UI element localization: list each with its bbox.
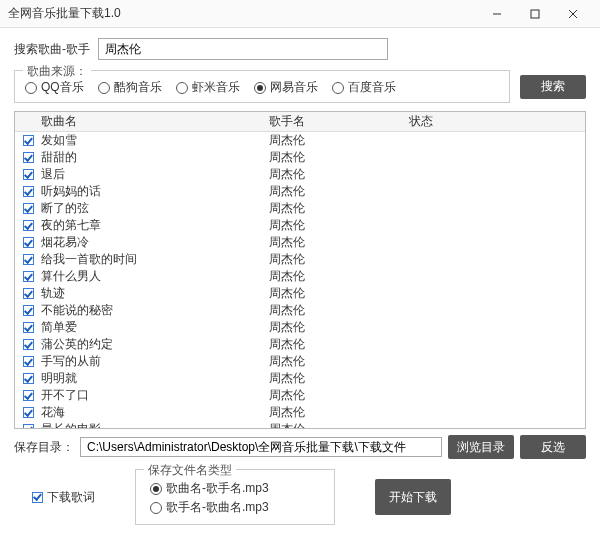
table-row[interactable]: 手写的从前周杰伦 — [15, 353, 585, 370]
results-table[interactable]: 歌曲名 歌手名 状态 发如雪周杰伦甜甜的周杰伦退后周杰伦听妈妈的话周杰伦断了的弦… — [14, 111, 586, 429]
radio-icon — [332, 82, 344, 94]
filename-radio-0[interactable]: 歌曲名-歌手名.mp3 — [150, 480, 320, 497]
source-legend: 歌曲来源： — [23, 63, 91, 80]
col-song-header[interactable]: 歌曲名 — [37, 113, 265, 130]
source-radio-label: 酷狗音乐 — [114, 79, 162, 96]
table-row[interactable]: 轨迹周杰伦 — [15, 285, 585, 302]
row-checkbox[interactable] — [23, 373, 34, 384]
row-checkbox[interactable] — [23, 339, 34, 350]
table-row[interactable]: 不能说的秘密周杰伦 — [15, 302, 585, 319]
cell-artist: 周杰伦 — [265, 217, 405, 234]
cell-song: 蒲公英的约定 — [37, 336, 265, 353]
cell-song: 开不了口 — [37, 387, 265, 404]
radio-icon — [176, 82, 188, 94]
table-row[interactable]: 烟花易冷周杰伦 — [15, 234, 585, 251]
search-button[interactable]: 搜索 — [520, 75, 586, 99]
row-checkbox[interactable] — [23, 356, 34, 367]
source-fieldset: 歌曲来源： QQ音乐酷狗音乐虾米音乐网易音乐百度音乐 — [14, 70, 510, 103]
radio-icon — [150, 483, 162, 495]
cell-artist: 周杰伦 — [265, 302, 405, 319]
source-radio-1[interactable]: 酷狗音乐 — [98, 79, 162, 96]
cell-artist: 周杰伦 — [265, 336, 405, 353]
source-radio-4[interactable]: 百度音乐 — [332, 79, 396, 96]
table-row[interactable]: 最长的电影周杰伦 — [15, 421, 585, 429]
browse-button[interactable]: 浏览目录 — [448, 435, 514, 459]
table-row[interactable]: 简单爱周杰伦 — [15, 319, 585, 336]
cell-song: 轨迹 — [37, 285, 265, 302]
source-radio-0[interactable]: QQ音乐 — [25, 79, 84, 96]
save-path-input[interactable] — [80, 437, 442, 457]
search-label: 搜索歌曲-歌手 — [14, 41, 90, 58]
cell-artist: 周杰伦 — [265, 149, 405, 166]
maximize-button[interactable] — [516, 0, 554, 28]
row-checkbox[interactable] — [23, 186, 34, 197]
radio-icon — [25, 82, 37, 94]
cell-song: 明明就 — [37, 370, 265, 387]
cell-artist: 周杰伦 — [265, 200, 405, 217]
cell-artist: 周杰伦 — [265, 370, 405, 387]
row-checkbox[interactable] — [23, 288, 34, 299]
row-checkbox[interactable] — [23, 424, 34, 429]
minimize-button[interactable] — [478, 0, 516, 28]
table-row[interactable]: 给我一首歌的时间周杰伦 — [15, 251, 585, 268]
row-checkbox[interactable] — [23, 203, 34, 214]
table-row[interactable]: 花海周杰伦 — [15, 404, 585, 421]
close-button[interactable] — [554, 0, 592, 28]
source-radio-label: 网易音乐 — [270, 79, 318, 96]
filename-radio-label: 歌曲名-歌手名.mp3 — [166, 480, 269, 497]
filename-radio-label: 歌手名-歌曲名.mp3 — [166, 499, 269, 516]
filename-radio-1[interactable]: 歌手名-歌曲名.mp3 — [150, 499, 320, 516]
cell-artist: 周杰伦 — [265, 285, 405, 302]
row-checkbox[interactable] — [23, 390, 34, 401]
table-row[interactable]: 开不了口周杰伦 — [15, 387, 585, 404]
cell-artist: 周杰伦 — [265, 132, 405, 149]
cell-song: 听妈妈的话 — [37, 183, 265, 200]
table-row[interactable]: 断了的弦周杰伦 — [15, 200, 585, 217]
radio-icon — [150, 502, 162, 514]
source-radio-2[interactable]: 虾米音乐 — [176, 79, 240, 96]
cell-song: 手写的从前 — [37, 353, 265, 370]
cell-song: 不能说的秘密 — [37, 302, 265, 319]
cell-song: 烟花易冷 — [37, 234, 265, 251]
filename-legend: 保存文件名类型 — [144, 462, 236, 479]
download-lyrics-checkbox[interactable]: 下载歌词 — [28, 489, 95, 506]
row-checkbox[interactable] — [23, 152, 34, 163]
table-row[interactable]: 发如雪周杰伦 — [15, 132, 585, 149]
start-download-button[interactable]: 开始下载 — [375, 479, 451, 515]
row-checkbox[interactable] — [23, 237, 34, 248]
table-row[interactable]: 甜甜的周杰伦 — [15, 149, 585, 166]
cell-song: 给我一首歌的时间 — [37, 251, 265, 268]
source-radio-3[interactable]: 网易音乐 — [254, 79, 318, 96]
row-checkbox[interactable] — [23, 135, 34, 146]
table-row[interactable]: 退后周杰伦 — [15, 166, 585, 183]
table-row[interactable]: 听妈妈的话周杰伦 — [15, 183, 585, 200]
download-lyrics-label: 下载歌词 — [47, 489, 95, 506]
col-artist-header[interactable]: 歌手名 — [265, 113, 405, 130]
row-checkbox[interactable] — [23, 254, 34, 265]
row-checkbox[interactable] — [23, 305, 34, 316]
checkbox-icon — [32, 492, 43, 503]
cell-artist: 周杰伦 — [265, 387, 405, 404]
cell-song: 简单爱 — [37, 319, 265, 336]
table-row[interactable]: 蒲公英的约定周杰伦 — [15, 336, 585, 353]
table-row[interactable]: 算什么男人周杰伦 — [15, 268, 585, 285]
cell-song: 花海 — [37, 404, 265, 421]
table-row[interactable]: 夜的第七章周杰伦 — [15, 217, 585, 234]
row-checkbox[interactable] — [23, 169, 34, 180]
table-row[interactable]: 明明就周杰伦 — [15, 370, 585, 387]
invert-selection-button[interactable]: 反选 — [520, 435, 586, 459]
row-checkbox[interactable] — [23, 322, 34, 333]
cell-artist: 周杰伦 — [265, 166, 405, 183]
cell-artist: 周杰伦 — [265, 421, 405, 429]
col-status-header[interactable]: 状态 — [405, 113, 585, 130]
row-checkbox[interactable] — [23, 407, 34, 418]
table-header: 歌曲名 歌手名 状态 — [15, 112, 585, 132]
row-checkbox[interactable] — [23, 220, 34, 231]
search-input[interactable] — [98, 38, 388, 60]
filename-fieldset: 保存文件名类型 歌曲名-歌手名.mp3歌手名-歌曲名.mp3 — [135, 469, 335, 525]
window-title: 全网音乐批量下载1.0 — [8, 5, 478, 22]
title-bar: 全网音乐批量下载1.0 — [0, 0, 600, 28]
cell-artist: 周杰伦 — [265, 319, 405, 336]
row-checkbox[interactable] — [23, 271, 34, 282]
radio-icon — [254, 82, 266, 94]
